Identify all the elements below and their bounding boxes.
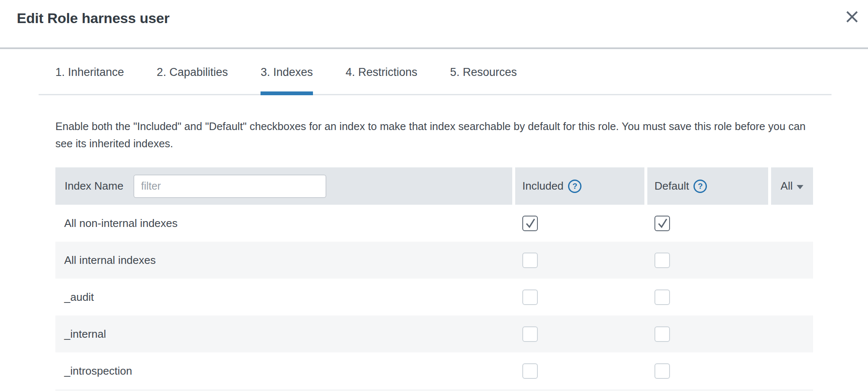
- index-name-header-cell: Index Name: [55, 167, 512, 205]
- tab-capabilities[interactable]: 2. Capabilities: [157, 49, 228, 94]
- tab-label: 5. Resources: [450, 66, 517, 78]
- default-checkbox[interactable]: [654, 363, 670, 379]
- included-checkbox[interactable]: [522, 363, 538, 379]
- close-icon: [845, 10, 859, 23]
- included-cell: [515, 216, 647, 231]
- all-dropdown[interactable]: All: [781, 180, 804, 193]
- default-cell: [647, 216, 771, 231]
- tab-indexes[interactable]: 3. Indexes: [261, 49, 313, 94]
- all-header-cell: All: [771, 167, 813, 205]
- default-checkbox[interactable]: [654, 289, 670, 305]
- default-cell: [647, 363, 771, 379]
- table-row: All non-internal indexes: [55, 205, 813, 242]
- index-name: _audit: [55, 291, 515, 304]
- index-filter-input[interactable]: [133, 175, 326, 198]
- default-cell: [647, 253, 771, 268]
- index-name: All non-internal indexes: [55, 217, 515, 230]
- index-name: All internal indexes: [55, 254, 515, 267]
- tab-resources[interactable]: 5. Resources: [450, 49, 517, 94]
- default-checkbox[interactable]: [654, 216, 670, 231]
- chevron-down-icon: [797, 185, 803, 189]
- default-label: Default: [654, 180, 689, 193]
- tab-label: 4. Restrictions: [346, 66, 417, 78]
- indexes-table: Index Name Included ? Default ? All All …: [55, 167, 813, 391]
- default-header-cell: Default ?: [647, 167, 768, 205]
- table-body: All non-internal indexes All internal in…: [55, 205, 813, 389]
- index-name: _internal: [55, 328, 515, 341]
- modal-title: Edit Role harness user: [17, 10, 169, 26]
- tab-inheritance[interactable]: 1. Inheritance: [55, 49, 124, 94]
- close-button[interactable]: [844, 8, 860, 25]
- modal-header: Edit Role harness user: [0, 0, 868, 49]
- next-row-partial: [55, 389, 813, 391]
- table-header: Index Name Included ? Default ? All: [55, 167, 813, 205]
- default-cell: [647, 289, 771, 305]
- checkmark-icon: [524, 217, 536, 229]
- included-help-icon[interactable]: ?: [568, 180, 581, 193]
- included-checkbox[interactable]: [522, 216, 538, 231]
- included-checkbox[interactable]: [522, 326, 538, 342]
- table-row: _audit: [55, 279, 813, 315]
- default-help-icon[interactable]: ?: [693, 180, 707, 193]
- tab-bar: 1. Inheritance 2. Capabilities 3. Indexe…: [39, 49, 832, 95]
- table-row: _internal: [55, 315, 813, 352]
- default-checkbox[interactable]: [654, 253, 670, 268]
- tab-label: 3. Indexes: [261, 66, 313, 78]
- tab-restrictions[interactable]: 4. Restrictions: [346, 49, 417, 94]
- default-cell: [647, 326, 771, 342]
- checkmark-icon: [657, 217, 668, 229]
- included-cell: [515, 363, 647, 379]
- included-checkbox[interactable]: [522, 289, 538, 305]
- indexes-description: Enable both the "Included" and "Default"…: [55, 118, 811, 152]
- included-header-cell: Included ?: [515, 167, 644, 205]
- included-checkbox[interactable]: [522, 253, 538, 268]
- default-checkbox[interactable]: [654, 326, 670, 342]
- all-dropdown-label: All: [781, 180, 793, 193]
- included-cell: [515, 326, 647, 342]
- index-name: _introspection: [55, 365, 515, 378]
- included-cell: [515, 253, 647, 268]
- tab-label: 2. Capabilities: [157, 66, 228, 78]
- index-name-label: Index Name: [65, 180, 123, 193]
- tab-label: 1. Inheritance: [55, 66, 124, 78]
- table-row: _introspection: [55, 352, 813, 389]
- included-label: Included: [522, 180, 563, 193]
- included-cell: [515, 289, 647, 305]
- table-row: All internal indexes: [55, 242, 813, 279]
